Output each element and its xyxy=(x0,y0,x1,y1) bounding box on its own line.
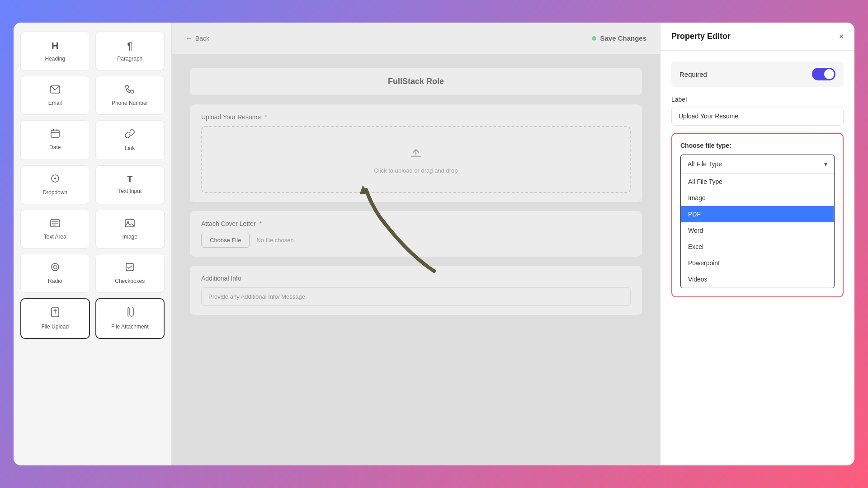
attach-label: Attach Cover Letter * xyxy=(201,220,631,227)
text-input-icon: T xyxy=(127,174,132,184)
file-input-row: Choose File No file chosen xyxy=(201,233,631,248)
sidebar-item-text-input[interactable]: T Text Input xyxy=(95,165,165,204)
pe-close-button[interactable]: × xyxy=(839,33,844,41)
required-star: * xyxy=(264,113,267,121)
svg-point-13 xyxy=(52,263,59,271)
form-header: FullStack Role xyxy=(190,68,642,95)
pe-dropdown-list: All File Type Image PDF Word Excel Power… xyxy=(681,174,834,288)
choose-file-button[interactable]: Choose File xyxy=(201,233,250,248)
text-area-icon xyxy=(50,218,60,230)
additional-info-label: Additional Info xyxy=(201,275,631,282)
sidebar-item-label: Paragraph xyxy=(117,56,142,62)
back-button[interactable]: ← Back xyxy=(185,34,209,42)
save-changes-button[interactable]: Save Changes xyxy=(592,34,646,42)
sidebar-item-phone-number[interactable]: Phone Number xyxy=(95,76,165,115)
sidebar-item-file-upload[interactable]: File Upload xyxy=(20,298,90,339)
main-container: H Heading ¶ Paragraph Email xyxy=(14,23,854,465)
sidebar: H Heading ¶ Paragraph Email xyxy=(14,23,172,465)
property-editor: Property Editor × Required Label Choose … xyxy=(660,23,854,465)
main-content: ← Back Save Changes FullStack Role Uploa… xyxy=(172,23,660,465)
sidebar-item-label: Radio xyxy=(48,278,62,284)
sidebar-item-text-area[interactable]: Text Area xyxy=(20,210,90,249)
link-icon xyxy=(125,129,135,141)
toggle-knob xyxy=(824,69,834,79)
pe-file-type-label: Choose file type: xyxy=(680,142,835,149)
sidebar-item-label: File Attachment xyxy=(111,324,149,330)
sidebar-item-paragraph[interactable]: ¶ Paragraph xyxy=(95,32,165,70)
sidebar-item-dropdown[interactable]: Dropdown xyxy=(20,165,90,204)
additional-info-input[interactable] xyxy=(201,287,631,306)
additional-info-section: Additional Info xyxy=(190,266,642,315)
dropdown-option-videos[interactable]: Videos xyxy=(681,271,834,287)
dropdown-option-all[interactable]: All File Type xyxy=(681,174,834,190)
pe-file-type-select[interactable]: All File Type ▾ All File Type Image PDF … xyxy=(680,155,835,288)
file-upload-icon xyxy=(51,307,60,320)
sidebar-item-file-attachment[interactable]: File Attachment xyxy=(95,298,165,339)
sidebar-item-email[interactable]: Email xyxy=(20,76,90,115)
sidebar-item-label: Phone Number xyxy=(112,100,148,106)
file-attachment-icon xyxy=(125,307,134,320)
pe-title: Property Editor xyxy=(671,32,731,41)
sidebar-item-label: Heading xyxy=(45,56,65,62)
required-toggle[interactable] xyxy=(812,68,835,80)
dropdown-option-word[interactable]: Word xyxy=(681,222,834,239)
sidebar-item-radio[interactable]: Radio xyxy=(20,254,90,293)
required-star: * xyxy=(259,220,262,227)
date-icon xyxy=(51,129,60,141)
save-dot-icon xyxy=(592,36,596,41)
sidebar-item-label: Text Area xyxy=(44,234,66,240)
dropdown-option-image[interactable]: Image xyxy=(681,190,834,206)
pe-required-row: Required xyxy=(671,61,844,87)
sidebar-item-date[interactable]: Date xyxy=(20,120,90,160)
upload-resume-label: Upload Your Resume * xyxy=(201,113,631,121)
sidebar-item-label: File Upload xyxy=(41,324,69,330)
pe-select-value: All File Type xyxy=(688,160,722,168)
email-icon xyxy=(50,84,60,96)
paragraph-icon: ¶ xyxy=(127,40,132,52)
upload-resume-section: Upload Your Resume * Click to upload or … xyxy=(190,104,642,202)
attach-cover-letter-section: Attach Cover Letter * Choose File No fil… xyxy=(190,211,642,257)
dropdown-option-powerpoint[interactable]: Powerpoint xyxy=(681,255,834,271)
heading-icon: H xyxy=(52,40,59,52)
svg-rect-1 xyxy=(51,130,59,137)
pe-select-header[interactable]: All File Type ▾ xyxy=(681,155,834,174)
sidebar-item-label: Checkboxes xyxy=(115,278,145,284)
pe-label-heading: Label xyxy=(671,96,844,103)
pe-required-label: Required xyxy=(679,70,707,78)
dropdown-icon xyxy=(51,174,60,186)
svg-point-6 xyxy=(54,178,56,179)
sidebar-item-image[interactable]: Image xyxy=(95,210,165,249)
form-title: FullStack Role xyxy=(388,77,444,86)
sidebar-item-label: Email xyxy=(48,100,62,106)
dropdown-option-pdf[interactable]: PDF xyxy=(681,206,834,222)
top-bar: ← Back Save Changes xyxy=(172,23,660,54)
chevron-down-icon: ▾ xyxy=(824,160,827,168)
save-changes-label: Save Changes xyxy=(600,34,646,42)
svg-point-14 xyxy=(53,265,57,269)
dropdown-option-excel[interactable]: Excel xyxy=(681,239,834,255)
sidebar-item-label: Text Input xyxy=(118,188,142,194)
upload-icon xyxy=(409,145,423,163)
pe-body: Required Label Choose file type: All Fil… xyxy=(660,51,854,465)
form-area: FullStack Role Upload Your Resume * xyxy=(172,54,660,465)
sidebar-item-label: Dropdown xyxy=(42,189,67,196)
back-label: Back xyxy=(195,35,209,42)
sidebar-item-checkboxes[interactable]: Checkboxes xyxy=(95,254,165,293)
pe-file-type-section: Choose file type: All File Type ▾ All Fi… xyxy=(671,133,844,297)
back-arrow-icon: ← xyxy=(185,34,193,42)
sidebar-item-label: Link xyxy=(125,145,135,151)
pe-header: Property Editor × xyxy=(660,23,854,51)
pe-label-input[interactable] xyxy=(671,107,844,126)
phone-icon xyxy=(125,84,134,96)
sidebar-item-link[interactable]: Link xyxy=(95,120,165,160)
sidebar-grid: H Heading ¶ Paragraph Email xyxy=(20,32,165,339)
upload-dropzone[interactable]: Click to upload or drag and drop xyxy=(201,126,631,193)
checkbox-icon xyxy=(125,263,134,274)
pe-label-section: Label xyxy=(671,96,844,126)
sidebar-item-heading[interactable]: H Heading xyxy=(20,32,90,70)
sidebar-item-label: Image xyxy=(123,234,137,240)
svg-rect-15 xyxy=(126,263,133,271)
radio-icon xyxy=(51,263,60,274)
upload-hint: Click to upload or drag and drop xyxy=(374,167,458,174)
svg-rect-11 xyxy=(125,220,134,227)
